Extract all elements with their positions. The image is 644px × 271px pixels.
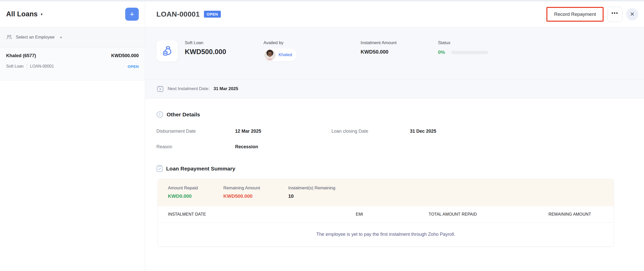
column-remaining-amount: REMAINING AMOUNT (477, 212, 591, 217)
amount-repaid-label: Amount Repaid (168, 186, 223, 191)
people-icon (6, 34, 12, 40)
avatar (264, 49, 275, 60)
loan-item-amount: KWD500.000 (111, 53, 139, 58)
close-button[interactable]: ✕ (626, 8, 638, 20)
loan-item-employee: Khaled (6577) (6, 53, 36, 58)
remaining-amount-label: Remaining Amount (223, 186, 288, 191)
more-options-button[interactable]: ••• (607, 7, 622, 22)
repayment-stats-strip: Amount Repaid KWD0.000 Remaining Amount … (158, 179, 614, 206)
calendar-next-icon (156, 85, 164, 93)
loans-filter-label: All Loans (6, 10, 38, 18)
record-repayment-button[interactable]: Record Repayment (547, 8, 603, 21)
sidebar: All Loans ▾ + Select an Employee ▾ Khale… (0, 1, 145, 271)
loan-closing-date-label: Loan closing Date (331, 129, 410, 134)
empty-state-message: The employee is yet to pay the first ins… (316, 232, 455, 237)
clipboard-check-icon (156, 165, 163, 172)
column-instalment-date: INSTALMENT DATE (168, 212, 317, 217)
disbursement-date-label: Disbursement Date (156, 129, 235, 134)
chevron-down-icon: ▾ (41, 12, 43, 17)
repayment-empty-state: The employee is yet to pay the first ins… (158, 223, 614, 246)
loans-filter-dropdown[interactable]: All Loans ▾ (6, 10, 43, 18)
next-instalment-row: Next Instalment Date: 31 Mar 2025 (145, 79, 644, 98)
progress-percentage: 0% (438, 50, 445, 55)
disbursement-date-value: 12 Mar 2025 (235, 129, 331, 134)
chevron-down-icon: ▾ (60, 35, 62, 39)
next-instalment-date: 31 Mar 2025 (213, 86, 238, 91)
loan-item-type: Soft Loan (6, 64, 24, 69)
remaining-amount-value: KWD500.000 (223, 193, 288, 199)
loan-item-number: LOAN-00001 (30, 64, 54, 69)
reason-label: Reason (156, 144, 235, 150)
instalment-amount-value: KWD50.000 (361, 49, 438, 55)
employee-select-label: Select an Employee (16, 35, 54, 40)
repayment-summary-heading: Loan Repayment Summary (166, 166, 235, 172)
money-bag-icon (161, 45, 173, 57)
availed-by-chip[interactable]: Khaled (263, 48, 297, 61)
availed-by-label: Availed by (263, 40, 361, 45)
other-details-section: Other Details Disbursement Date 12 Mar 2… (145, 98, 644, 150)
instalments-remaining-value: 10 (288, 193, 335, 199)
loan-amount: KWD500.000 (185, 48, 263, 56)
status-label: Status (438, 40, 634, 45)
column-emi: EMI (317, 212, 363, 217)
sidebar-header: All Loans ▾ + (0, 1, 145, 27)
divider (27, 64, 27, 69)
progress-bar (451, 51, 488, 54)
loan-repayment-summary-section: Loan Repayment Summary Amount Repaid KWD… (145, 150, 644, 246)
loan-closing-date-value: 31 Dec 2025 (410, 129, 615, 134)
loan-item-status: OPEN (128, 64, 139, 69)
detail-topbar: LOAN-00001 OPEN Record Repayment ••• ✕ (145, 1, 644, 27)
reason-value: Recession (235, 144, 331, 150)
column-total-amount-repaid: TOTAL AMOUNT REPAID (363, 212, 477, 217)
loan-list-item[interactable]: Khaled (6577) KWD500.000 Soft Loan LOAN-… (0, 47, 145, 80)
amount-repaid-value: KWD0.000 (168, 193, 223, 199)
repayment-summary-card: Amount Repaid KWD0.000 Remaining Amount … (158, 179, 614, 246)
status-badge: OPEN (204, 11, 221, 18)
add-loan-button[interactable]: + (125, 8, 139, 21)
window-top-strip (0, 0, 644, 1)
availed-by-name: Khaled (279, 52, 292, 57)
page-title: LOAN-00001 (156, 10, 200, 18)
other-details-heading: Other Details (167, 112, 200, 118)
loan-overview-section: Soft Loan KWD500.000 Availed by (145, 27, 644, 79)
instalments-remaining-label: Instalment(s) Remaining (288, 186, 335, 191)
annotation-highlight: Record Repayment (546, 7, 604, 22)
loan-icon-box (156, 40, 178, 62)
main-panel: LOAN-00001 OPEN Record Repayment ••• ✕ S… (145, 1, 644, 271)
next-instalment-label: Next Instalment Date: (168, 86, 209, 91)
repayment-table-header: INSTALMENT DATE EMI TOTAL AMOUNT REPAID … (158, 206, 614, 223)
instalment-amount-label: Instalment Amount (361, 40, 438, 45)
loan-type-label: Soft Loan (185, 40, 263, 45)
employee-select-dropdown[interactable]: Select an Employee ▾ (0, 27, 145, 47)
info-icon (156, 111, 163, 118)
